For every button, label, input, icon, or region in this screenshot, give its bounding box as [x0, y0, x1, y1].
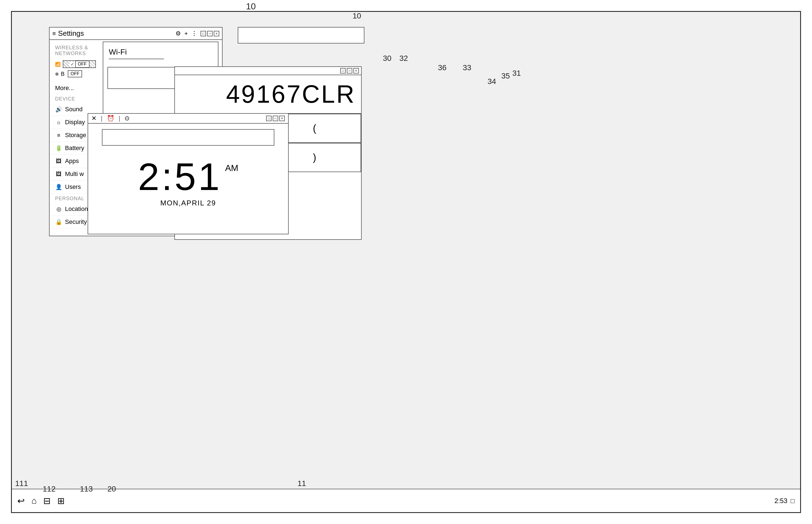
bluetooth-icon: ⊗: [55, 71, 59, 77]
taskbar-right: 2:53 □: [775, 497, 795, 505]
clock-body: 2:51 AM MON,APRIL 29: [88, 124, 288, 230]
settings-add-icon[interactable]: +: [184, 30, 188, 37]
display-label: Display: [65, 119, 85, 126]
users-icon: 👤: [55, 184, 62, 190]
clock-alarm-icon[interactable]: ⏰: [107, 115, 114, 122]
settings-close-btn[interactable]: ×: [214, 31, 219, 36]
display-icon: ☼: [55, 119, 62, 126]
calc-titlebar: □ ─ ×: [175, 67, 361, 75]
taskbar: ↩ ⌂ ⊟ ⊞ 2:53 □: [12, 489, 800, 512]
calc-restore-btn[interactable]: □: [340, 68, 346, 73]
clock-sep2: |: [119, 115, 120, 122]
outer-frame: 10 11 ≡ Settings ⚙ + ⋮ □ ─ ×: [11, 11, 801, 513]
settings-title-right: ⚙ + ⋮ □ ─ ×: [176, 30, 219, 37]
apps-icon: 🖼: [55, 158, 62, 164]
clock-time-container: 2:51 AM: [138, 158, 238, 196]
wifi-toggle-hatch[interactable]: ✓ OFF: [63, 60, 96, 68]
storage-icon: ≡: [55, 132, 62, 138]
clock-date: MON,APRIL 29: [160, 199, 216, 207]
clock-time-display: 2:51: [138, 158, 222, 196]
settings-title-left: ≡ Settings: [52, 29, 84, 38]
calc-min-btn[interactable]: ─: [347, 68, 352, 73]
calc-display: 49167CLR: [175, 75, 361, 114]
storage-label: Storage: [65, 132, 86, 139]
wifi-title-text: Wi-Fi: [109, 48, 127, 56]
taskbar-battery-icon: □: [791, 497, 795, 505]
wifi-icon: 📶: [55, 62, 61, 67]
clock-x-icon[interactable]: ✕: [92, 115, 96, 122]
wifi-underline: [109, 59, 164, 59]
multiwindow-taskbar-icon[interactable]: ⊞: [57, 496, 65, 506]
clock-ampm: AM: [225, 163, 238, 173]
settings-search-icon[interactable]: ⚙: [176, 30, 181, 37]
clock-titlebar: ✕ | ⏰ | ⊙ □ ─ ×: [88, 114, 288, 124]
ref-34-label: 34: [488, 77, 496, 86]
calc-display-value: 49167CLR: [226, 80, 356, 109]
back-icon[interactable]: ↩: [17, 496, 25, 506]
ref-10-label: 10: [353, 12, 361, 20]
taskbar-time: 2:53: [775, 497, 787, 505]
clock-min-btn[interactable]: ─: [273, 116, 278, 121]
home-icon[interactable]: ⌂: [31, 496, 37, 506]
clock-inner-ref-box: [102, 129, 274, 146]
clock-restore-btn[interactable]: □: [266, 116, 272, 121]
ref-35-label: 35: [501, 71, 510, 80]
settings-win-controls: □ ─ ×: [200, 31, 219, 36]
top-ref-window: [238, 27, 364, 44]
bluetooth-off-label: OFF: [68, 70, 82, 77]
clock-time-text: 2:51: [138, 155, 222, 198]
wifi-title: Wi-Fi: [103, 42, 218, 65]
ref-111-label: 111: [15, 479, 28, 488]
sound-label: Sound: [65, 106, 83, 113]
ref-11-label: 11: [297, 479, 306, 488]
ref-32-label: 32: [400, 54, 408, 63]
ref-33-label: 33: [463, 63, 471, 72]
clock-win-controls: □ ─ ×: [266, 116, 285, 121]
settings-more-icon[interactable]: ⋮: [191, 30, 197, 37]
clock-close-btn[interactable]: ×: [279, 116, 285, 121]
ref-112-label: 112: [43, 485, 55, 493]
calc-close-btn[interactable]: ×: [353, 68, 359, 73]
sound-icon: 🔊: [55, 106, 62, 113]
recents-icon[interactable]: ⊟: [43, 496, 51, 506]
clock-sep1: |: [101, 115, 102, 122]
taskbar-left: ↩ ⌂ ⊟ ⊞: [17, 496, 65, 506]
wifi-off-label: OFF: [75, 61, 90, 68]
ref-36-label: 36: [438, 63, 446, 72]
ref-20-label: 20: [108, 485, 116, 493]
battery-icon-sidebar: 🔋: [55, 145, 62, 151]
ref-30-label: 30: [383, 54, 391, 63]
battery-label: Battery: [65, 145, 84, 152]
multiwindow-icon: 🖼: [55, 171, 62, 177]
multiwindow-label: Multi w: [65, 170, 84, 178]
security-label: Security: [65, 218, 87, 226]
clock-icons: ✕ | ⏰ | ⊙: [92, 115, 129, 122]
ref-10: 10: [246, 1, 256, 12]
settings-min-btn[interactable]: ─: [207, 31, 213, 36]
apps-label: Apps: [65, 158, 79, 165]
security-icon: 🔒: [55, 219, 62, 225]
clock-window: ✕ | ⏰ | ⊙ □ ─ × 2:51 AM MON,AP: [87, 113, 289, 234]
location-icon: ◎: [55, 206, 62, 212]
location-label: Location: [65, 206, 88, 213]
users-label: Users: [65, 183, 81, 191]
ref-113-label: 113: [80, 485, 93, 493]
clock-timer-icon[interactable]: ⊙: [125, 115, 129, 122]
settings-menu-icon: ≡: [52, 30, 56, 37]
settings-restore-btn[interactable]: □: [200, 31, 206, 36]
settings-title: Settings: [58, 29, 84, 38]
calc-win-controls: □ ─ ×: [340, 68, 359, 73]
settings-titlebar: ≡ Settings ⚙ + ⋮ □ ─ ×: [50, 28, 222, 40]
ref-31-label: 31: [512, 69, 521, 78]
